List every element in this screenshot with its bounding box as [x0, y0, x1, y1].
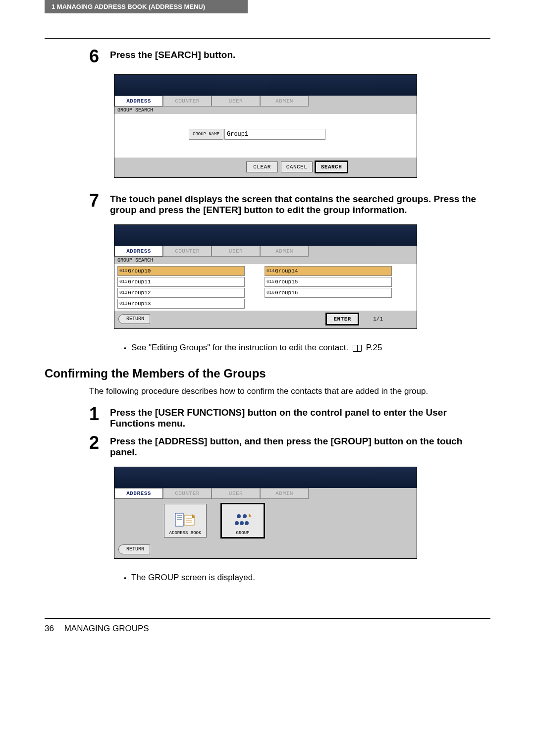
page-indicator: 1/1	[373, 316, 383, 322]
note-group-screen: • The GROUP screen is displayed.	[124, 573, 490, 584]
svg-point-9	[243, 514, 247, 518]
page-footer: 36 MANAGING GROUPS	[45, 618, 490, 634]
panel-titlebar	[114, 225, 417, 246]
address-panel: ADDRESS COUNTER USER ADMIN	[114, 467, 417, 559]
step-7: 7 The touch panel displays the screen th…	[89, 192, 490, 216]
tab-row: ADDRESS COUNTER USER ADMIN	[114, 96, 417, 107]
group-icon	[232, 511, 254, 529]
svg-point-11	[240, 521, 244, 525]
return-button[interactable]: RETURN	[118, 314, 150, 324]
note-text: The GROUP screen is displayed.	[131, 573, 255, 583]
panel-footer: RETURN	[114, 541, 417, 558]
page-number: 36	[45, 624, 54, 633]
step-number: 2	[89, 434, 101, 458]
step-text: Press the [ADDRESS] button, and then pre…	[110, 434, 490, 458]
address-book-icon	[174, 511, 196, 529]
svg-point-12	[245, 521, 249, 525]
tab-address[interactable]: ADDRESS	[114, 96, 163, 107]
search-button[interactable]: SEARCH	[316, 162, 347, 172]
book-icon	[353, 345, 362, 352]
note-text: See "Editing Groups" for the instruction…	[131, 343, 348, 352]
button-row: CLEAR CANCEL SEARCH	[114, 158, 417, 177]
tab-counter[interactable]: COUNTER	[163, 488, 212, 499]
group-result-empty	[265, 299, 392, 309]
enter-button[interactable]: ENTER	[326, 314, 358, 324]
tab-counter[interactable]: COUNTER	[163, 246, 212, 257]
chapter-header: 1 MANAGING ADDRESS BOOK (ADDRESS MENU)	[45, 0, 248, 13]
step-number: 6	[89, 48, 101, 65]
icon-area: ADDRESS BOOK GROUP	[114, 499, 417, 541]
bullet-icon: •	[124, 343, 126, 354]
address-book-label: ADDRESS BOOK	[169, 531, 202, 536]
tab-user[interactable]: USER	[212, 96, 260, 107]
return-button[interactable]: RETURN	[118, 544, 150, 554]
tab-row: ADDRESS COUNTER USER ADMIN	[114, 488, 417, 499]
horizontal-rule	[45, 38, 490, 39]
tab-address[interactable]: ADDRESS	[114, 246, 163, 257]
clear-button[interactable]: CLEAR	[246, 162, 278, 172]
footer-title: MANAGING GROUPS	[64, 624, 149, 633]
group-result-item[interactable]: 012Group12	[117, 288, 245, 298]
group-result-item[interactable]: 011Group11	[117, 277, 245, 287]
group-result-item[interactable]: 015Group15	[265, 277, 392, 287]
tab-row: ADDRESS COUNTER USER ADMIN	[114, 246, 417, 257]
tab-address[interactable]: ADDRESS	[114, 488, 163, 499]
group-label: GROUP	[236, 531, 249, 536]
tab-admin[interactable]: ADMIN	[260, 246, 309, 257]
svg-point-8	[237, 514, 241, 518]
note-page-ref: P.25	[366, 343, 382, 352]
tab-user[interactable]: USER	[212, 246, 260, 257]
panel-titlebar	[114, 467, 417, 488]
group-name-button[interactable]: GROUP NAME	[189, 129, 223, 140]
search-panel: ADDRESS COUNTER USER ADMIN GROUP SEARCH …	[114, 74, 417, 178]
address-book-button[interactable]: ADDRESS BOOK	[164, 504, 207, 538]
tab-admin[interactable]: ADMIN	[260, 96, 309, 107]
group-button[interactable]: GROUP	[221, 504, 264, 538]
step-6: 6 Press the [SEARCH] button.	[89, 48, 490, 65]
group-result-item[interactable]: 014Group14	[265, 266, 392, 276]
step-1: 1 Press the [USER FUNCTIONS] button on t…	[89, 405, 490, 429]
step-number: 7	[89, 192, 101, 216]
tab-counter[interactable]: COUNTER	[163, 96, 212, 107]
tab-admin[interactable]: ADMIN	[260, 488, 309, 499]
group-search-label: GROUP SEARCH	[114, 257, 417, 264]
tab-user[interactable]: USER	[212, 488, 260, 499]
group-result-item[interactable]: 016Group16	[265, 288, 392, 298]
note-editing-groups: • See "Editing Groups" for the instructi…	[124, 343, 490, 354]
search-area: GROUP NAME Group1	[114, 114, 417, 158]
step-text: Press the [USER FUNCTIONS] button on the…	[110, 405, 490, 429]
results-panel: ADDRESS COUNTER USER ADMIN GROUP SEARCH …	[114, 224, 417, 329]
section-intro: The following procedure describes how to…	[89, 386, 490, 396]
step-text: Press the [SEARCH] button.	[110, 48, 490, 65]
result-area: 010Group10014Group14011Group11015Group15…	[114, 264, 417, 311]
panel-titlebar	[114, 75, 417, 96]
section-title: Confirming the Members of the Groups	[45, 367, 490, 380]
group-name-field[interactable]: Group1	[224, 129, 325, 140]
step-text: The touch panel displays the screen that…	[110, 192, 490, 216]
group-search-label: GROUP SEARCH	[114, 107, 417, 114]
group-result-item[interactable]: 013Group13	[117, 299, 245, 309]
results-footer: RETURN ENTER 1/1	[114, 311, 417, 328]
bullet-icon: •	[124, 573, 126, 584]
cancel-button[interactable]: CANCEL	[281, 162, 313, 172]
svg-point-10	[235, 521, 239, 525]
group-result-item[interactable]: 010Group10	[117, 266, 245, 276]
step-2: 2 Press the [ADDRESS] button, and then p…	[89, 434, 490, 458]
step-number: 1	[89, 405, 101, 429]
